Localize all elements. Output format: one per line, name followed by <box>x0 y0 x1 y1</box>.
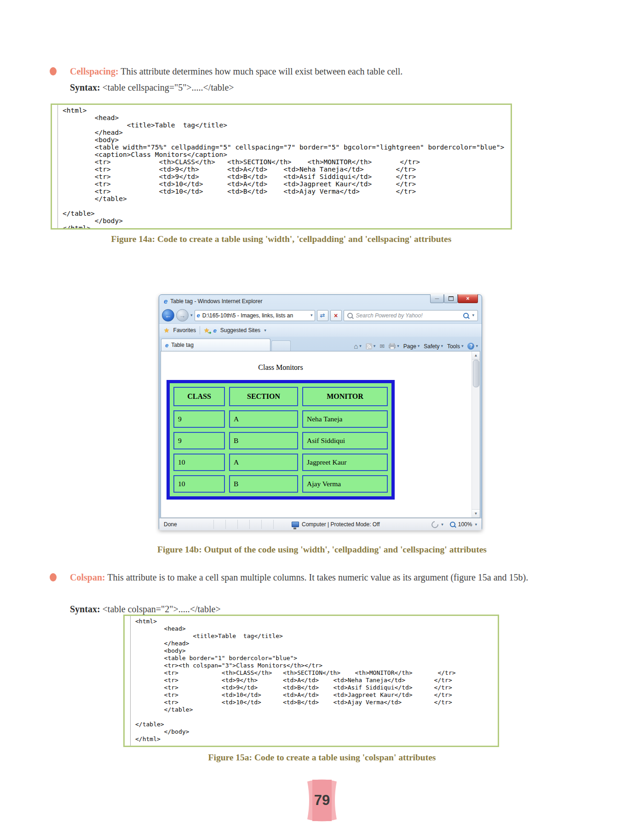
refresh-icon: ⇄ <box>320 312 325 318</box>
title-bar[interactable]: e Table tag - Windows Internet Explorer … <box>159 295 482 307</box>
help-chevron-icon: ▾ <box>476 344 478 348</box>
stop-icon: × <box>334 312 338 319</box>
tab-ie-icon: e <box>165 342 168 348</box>
ie-icon: e <box>164 298 167 305</box>
scrollbar-thumb[interactable] <box>473 360 479 387</box>
table-cell: 9 <box>173 432 225 449</box>
read-mail-button[interactable]: ✉ <box>380 343 385 349</box>
cellspacing-term: Cellspacing: <box>70 66 119 76</box>
suggested-sites-icon: e <box>213 328 216 334</box>
safety-menu-label: Safety <box>424 343 439 350</box>
search-options-chevron-icon[interactable]: ▾ <box>472 313 474 317</box>
status-segment <box>213 520 225 529</box>
syntax-code: <table colspan="2">.....</table> <box>100 604 221 614</box>
zoom-chevron-icon[interactable]: ▾ <box>475 523 477 527</box>
vertical-scrollbar[interactable]: ▲ ▼ <box>472 351 480 518</box>
table-cell: Asif Siddiqui <box>302 432 388 449</box>
figure-caption-15a: Figure 15a: Code to create a table using… <box>0 753 644 763</box>
table-cell: Neha Taneja <box>302 410 388 428</box>
figure-caption-14a: Figure 14a: Code to create a table using… <box>51 234 512 244</box>
page-chevron-icon: ▾ <box>418 344 420 348</box>
code-block-inner: <html> <head> <title>Table tag</title> <… <box>130 616 498 746</box>
tab-label: Table tag <box>171 342 194 348</box>
rss-icon <box>366 343 372 350</box>
code-block-inner: <html> <head> <title>Table tag</title> <… <box>58 105 511 228</box>
mail-icon: ✉ <box>380 343 385 349</box>
home-chevron-icon: ▾ <box>359 344 362 348</box>
zoom-level[interactable]: 100% <box>458 521 472 528</box>
address-text: D:\165-10th\5 - Images, links, lists an <box>202 312 308 319</box>
close-icon: × <box>466 295 469 302</box>
forward-icon: → <box>179 312 186 319</box>
table-cell: 9 <box>173 410 225 428</box>
maximize-button[interactable] <box>444 294 458 303</box>
cellspacing-syntax-line: Syntax: <table cellspacing="5">.....</ta… <box>70 80 484 95</box>
code-block-figure14a: <html> <head> <title>Table tag</title> <… <box>51 104 512 230</box>
table-cell: 10 <box>173 475 225 493</box>
refresh-button[interactable]: ⇄ <box>317 310 328 321</box>
page-menu-label: Page <box>403 343 416 350</box>
colspan-text: This attribute is to make a cell span mu… <box>105 572 529 582</box>
favorites-label[interactable]: Favorites <box>173 327 196 334</box>
compatibility-icon[interactable] <box>430 519 440 529</box>
favorites-bar: ★ Favorites ★➜ e Suggested Sites ▾ <box>159 323 482 337</box>
page-menu[interactable]: Page▾ <box>403 343 420 350</box>
status-segment <box>249 520 261 529</box>
address-bar-row: ← → ▾ e D:\165-10th\5 - Images, links, l… <box>159 307 482 323</box>
help-button[interactable]: ?▾ <box>467 343 478 350</box>
browser-window: e Table tag - Windows Internet Explorer … <box>159 294 482 530</box>
home-button[interactable]: ⌂▾ <box>354 343 362 350</box>
scroll-up-icon: ▲ <box>474 353 478 357</box>
home-icon: ⌂ <box>354 343 358 350</box>
tools-chevron-icon: ▾ <box>461 344 464 348</box>
colspan-term: Colspan: <box>70 572 105 582</box>
back-button[interactable]: ← <box>162 309 174 322</box>
feeds-button[interactable]: ▾ <box>366 343 376 350</box>
forward-button[interactable]: → <box>176 309 189 322</box>
minimize-button[interactable]: — <box>430 294 444 303</box>
print-chevron-icon: ▾ <box>397 344 399 348</box>
help-icon: ? <box>467 343 474 350</box>
zoom-icon <box>450 522 455 527</box>
print-button[interactable]: ▾ <box>389 343 399 349</box>
status-zone-text: Computer | Protected Mode: Off <box>302 521 380 528</box>
safety-menu[interactable]: Safety▾ <box>424 343 443 350</box>
scroll-up-button[interactable]: ▲ <box>472 351 480 360</box>
new-tab-button[interactable] <box>271 340 291 351</box>
back-icon: ← <box>165 312 172 319</box>
add-to-favorites-icon[interactable]: ★➜ <box>204 327 210 334</box>
bullet-icon <box>50 573 57 581</box>
page-ie-icon: e <box>197 312 200 318</box>
status-done: Done <box>164 521 213 528</box>
table-header-cell: MONITOR <box>302 387 388 406</box>
status-right-cluster: ▾ 100% ▾ <box>431 521 477 528</box>
status-segment <box>273 520 285 529</box>
search-icon <box>347 313 353 318</box>
close-button[interactable]: × <box>458 294 478 303</box>
safety-chevron-icon: ▾ <box>441 344 443 348</box>
table-cell: A <box>229 454 298 471</box>
search-go-icon[interactable] <box>463 313 469 318</box>
recent-pages-chevron-icon[interactable]: ▾ <box>190 313 193 317</box>
tools-menu[interactable]: Tools▾ <box>447 343 464 350</box>
tab-bar: e Table tag ⌂▾ ▾ ✉ ▾ Page▾ Safety▾ Tools… <box>159 337 482 351</box>
address-dropdown-chevron-icon[interactable]: ▾ <box>310 313 313 317</box>
syntax-code: <table cellspacing="5">.....</table> <box>100 82 234 92</box>
table-cell: Ajay Verma <box>302 475 388 493</box>
stop-button[interactable]: × <box>330 310 342 321</box>
tab-table-tag[interactable]: e Table tag <box>161 339 270 351</box>
address-input[interactable]: e D:\165-10th\5 - Images, links, lists a… <box>195 310 315 321</box>
search-input[interactable]: Search Powered by Yahoo! ▾ <box>344 310 478 321</box>
zone-chevron-icon[interactable]: ▾ <box>441 523 443 527</box>
table-cell: B <box>229 475 298 493</box>
table-cell: Jagpreet Kaur <box>302 454 388 471</box>
suggested-sites-chevron-icon[interactable]: ▾ <box>264 328 266 333</box>
status-bar: Done Computer | Protected Mode: Off ▾ 10… <box>159 518 482 530</box>
figure-caption-14b: Figure 14b: Output of the code using 'wi… <box>0 545 644 555</box>
status-segment <box>237 520 249 529</box>
maximize-icon <box>448 296 454 301</box>
scroll-down-button[interactable]: ▼ <box>472 509 480 518</box>
tools-menu-label: Tools <box>447 343 460 350</box>
code-text-14a: <html> <head> <title>Table tag</title> <… <box>63 107 511 230</box>
suggested-sites-label[interactable]: Suggested Sites <box>220 327 260 334</box>
